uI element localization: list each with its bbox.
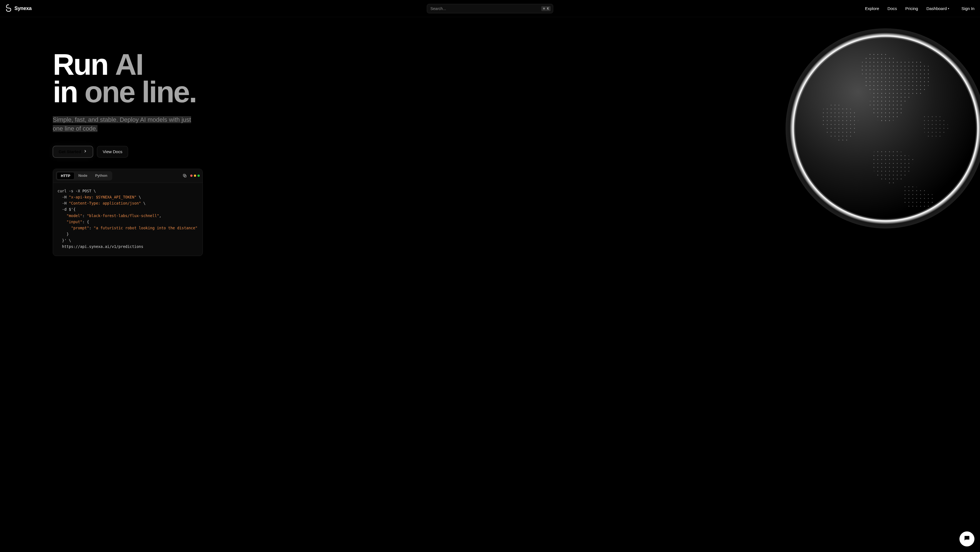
code-tab-group: HTTP Node Python	[56, 171, 112, 180]
get-started-button[interactable]: Get Started	[53, 146, 93, 158]
tab-http[interactable]: HTTP	[57, 172, 75, 180]
headline-line2-strong: in	[53, 75, 84, 108]
code-string: "a futuristic robot looking into the dis…	[94, 226, 197, 230]
code-snippet-card: HTTP Node Python curl -s -X POST \ -H "x…	[53, 169, 203, 256]
code-key: "model"	[67, 214, 83, 218]
code-line: \	[137, 195, 141, 199]
get-started-label: Get Started	[59, 149, 81, 154]
code-string: "black-forest-labs/flux-schnell"	[87, 214, 159, 218]
code-key: "input"	[67, 220, 83, 224]
headline-line2-muted: one line.	[84, 75, 196, 108]
code-line	[57, 226, 71, 230]
code-actions	[183, 174, 200, 178]
hero-subtitle: Simple, fast, and stable. Deploy AI mode…	[53, 115, 203, 133]
copy-icon[interactable]	[183, 174, 187, 178]
cta-row: Get Started View Docs	[53, 146, 980, 158]
nav-dashboard-label: Dashboard	[926, 6, 947, 11]
code-line	[57, 214, 67, 218]
window-dots	[190, 175, 200, 177]
code-line	[57, 220, 67, 224]
view-docs-button[interactable]: View Docs	[97, 146, 128, 158]
view-docs-label: View Docs	[103, 149, 123, 154]
code-line: ,	[159, 214, 161, 218]
code-body: curl -s -X POST \ -H "x-api-key: $SYNEXA…	[53, 183, 202, 256]
code-line: https://api.synexa.ai/v1/predictions	[57, 244, 143, 249]
search-field[interactable]: ⌘ K	[427, 4, 553, 13]
search-input[interactable]	[431, 6, 541, 11]
search-shortcut: ⌘ K	[541, 6, 551, 11]
code-string: "Content-Type: application/json"	[69, 201, 141, 206]
nav-explore[interactable]: Explore	[865, 6, 879, 11]
chevron-down-icon: ▾	[948, 7, 949, 10]
code-string: "x-api-key: $SYNEXA_API_TOKEN"	[69, 195, 137, 199]
brand-name: Synexa	[14, 6, 32, 11]
brand[interactable]: Synexa	[6, 4, 32, 13]
code-tab-bar: HTTP Node Python	[53, 169, 202, 183]
code-line: : {	[82, 220, 89, 224]
code-line: -H	[57, 201, 69, 206]
chevron-right-icon	[83, 149, 87, 154]
dot-red-icon	[190, 175, 192, 177]
code-line: :	[89, 226, 94, 230]
code-line: -d $'{	[57, 207, 76, 212]
headline: Run AI in one line.	[53, 51, 980, 106]
code-line: :	[82, 214, 87, 218]
tab-python[interactable]: Python	[91, 172, 111, 180]
code-line: -H	[57, 195, 69, 199]
nav-docs[interactable]: Docs	[888, 6, 897, 11]
chat-button[interactable]	[959, 531, 974, 546]
top-nav: Explore Docs Pricing Dashboard ▾ Sign In	[865, 6, 974, 11]
site-header: Synexa ⌘ K Explore Docs Pricing Dashboar…	[0, 0, 980, 17]
dot-green-icon	[197, 175, 200, 177]
code-line: \	[141, 201, 146, 206]
code-line: }' \	[57, 238, 71, 242]
hero-section: Run AI in one line. Simple, fast, and st…	[0, 17, 980, 267]
tab-node[interactable]: Node	[75, 172, 91, 180]
logo-icon	[6, 4, 12, 13]
nav-signin[interactable]: Sign In	[961, 6, 974, 11]
code-line: curl -s -X POST \	[57, 189, 96, 193]
nav-dashboard[interactable]: Dashboard ▾	[926, 6, 949, 11]
hero-subtitle-text: Simple, fast, and stable. Deploy AI mode…	[53, 116, 191, 132]
nav-pricing[interactable]: Pricing	[905, 6, 918, 11]
chat-icon	[963, 535, 970, 543]
dot-yellow-icon	[194, 175, 196, 177]
code-line: }	[57, 232, 69, 236]
code-key: "prompt"	[71, 226, 89, 230]
